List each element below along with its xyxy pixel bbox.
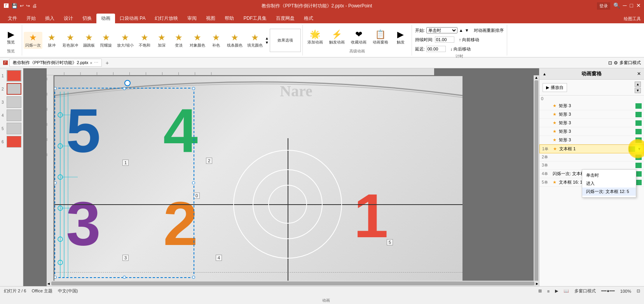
tab-view[interactable]: 视图 xyxy=(201,14,220,23)
doc-tab-close[interactable]: × xyxy=(90,61,92,65)
anim-row-shape2[interactable]: ★ 矩形 3 xyxy=(539,110,644,119)
dropdown-icon[interactable]: ▼ xyxy=(637,147,641,151)
tooltip-item-enter[interactable]: 进入 xyxy=(582,179,636,188)
print-icon[interactable]: 🖨 xyxy=(32,3,37,9)
tab-pa[interactable]: 口袋动画 PA xyxy=(115,14,150,23)
anim-row-2[interactable]: 2单 xyxy=(539,153,644,162)
trigger-btn[interactable]: ▶ 触发 xyxy=(393,29,408,46)
earlier-btn[interactable]: ↑ 向前移动 xyxy=(459,37,480,43)
tab-transition[interactable]: 切换 xyxy=(78,14,96,23)
handle-right[interactable] xyxy=(192,181,195,184)
doc-tab-menu[interactable]: ⋯ xyxy=(94,60,98,65)
handle-topright[interactable] xyxy=(192,87,195,90)
tooltip-item-flash[interactable]: 闪烁一次: 文本框 12: 5 xyxy=(582,188,636,196)
line-color-btn[interactable]: ★ 线条颜色 xyxy=(225,32,244,49)
move-down-btn[interactable]: ▼ xyxy=(635,88,641,93)
anim-row-shape3[interactable]: ★ 矩形 3 xyxy=(539,119,644,127)
up-arrow-icon[interactable]: ▲ xyxy=(459,28,463,33)
undo-icon[interactable]: ↩ xyxy=(20,3,24,9)
fill-color-btn[interactable]: ★ 填充颜色 xyxy=(246,32,264,49)
view-normal-btn[interactable]: ⊞ xyxy=(538,288,542,294)
collect-animation-btn[interactable]: ❤ 收藏动画 xyxy=(349,29,368,46)
tab-animation[interactable]: 动画 xyxy=(96,14,115,23)
tab-home[interactable]: 开始 xyxy=(22,14,40,23)
zoom-slider[interactable]: ━━●━━ xyxy=(601,288,615,294)
horizontal-scrollbar[interactable]: ◄ ► xyxy=(47,281,539,286)
handle-top[interactable] xyxy=(123,87,126,90)
anim-row-textbox1[interactable]: 1单 ★ 文本框 1 ▼ xyxy=(539,144,644,153)
slide-thumb-4[interactable]: 4 xyxy=(2,109,21,121)
doc-tab[interactable]: 教你制作《PPT制作倒计时功能》2.pptx × ⋯ xyxy=(9,59,102,67)
slide-canvas[interactable]: 5 4 3 2 1 Nare 1 2 3 4 5 0 xyxy=(54,76,462,282)
fade-btn[interactable]: ★ 变淡 xyxy=(171,32,187,49)
tab-file[interactable]: 文件 xyxy=(3,14,22,23)
handle-bottom[interactable] xyxy=(123,276,126,279)
slide-thumb-1[interactable]: 1 xyxy=(2,70,21,82)
later-btn[interactable]: ↓ 向后移动 xyxy=(450,46,471,52)
view-slideshow-btn[interactable]: ▶ xyxy=(555,288,558,294)
add-animation-btn[interactable]: 🌟 添加动画 xyxy=(306,29,325,46)
tab-pdf[interactable]: PDF工具集 xyxy=(239,14,271,23)
tab-slideshow[interactable]: 幻灯片放映 xyxy=(150,14,183,23)
handle-left[interactable] xyxy=(54,181,57,184)
handle-bottomright[interactable] xyxy=(192,276,195,279)
collapse-icon[interactable]: ▲ xyxy=(543,72,546,76)
tab-review[interactable]: 审阅 xyxy=(183,14,201,23)
zoom-btn[interactable]: ★ 放大/缩小 xyxy=(115,32,135,49)
trigger-animation-btn[interactable]: ⚡ 触发动画 xyxy=(328,29,346,46)
scroll-up-icon[interactable]: ▲ xyxy=(265,36,269,40)
play-self-btn[interactable]: ▶ 播放自 xyxy=(543,83,567,92)
restore-btn[interactable]: □ xyxy=(630,2,633,10)
slide-thumb-5[interactable]: 5 xyxy=(2,123,21,134)
color-pulse-btn[interactable]: ★ 彩色脉冲 xyxy=(61,32,80,49)
settings-icon[interactable]: ⚙ xyxy=(614,60,618,66)
quick-save-icon[interactable]: 💾 xyxy=(12,3,17,9)
anim-row-shape4[interactable]: ★ 矩形 3 xyxy=(539,127,644,136)
pulse-btn[interactable]: ★ 脉冲 xyxy=(44,32,59,49)
anim-row-shape1[interactable]: ★ 矩形 3 xyxy=(539,102,644,110)
anim-row-shape5[interactable]: ★ 矩形 3 xyxy=(539,136,644,144)
view-outline-btn[interactable]: ≡ xyxy=(547,289,550,294)
slide-thumb-3[interactable]: 3 xyxy=(2,96,21,108)
delay-input[interactable] xyxy=(426,46,446,52)
minimize-btn[interactable]: ─ xyxy=(623,2,627,10)
tab-format[interactable]: 格式 xyxy=(299,14,318,23)
fullscreen-icon[interactable]: ⊡ xyxy=(608,60,612,66)
bounce-btn[interactable]: ★ 蹦跳板 xyxy=(81,32,97,49)
slide-thumb-2[interactable]: 2 xyxy=(2,83,21,95)
desaturate-btn[interactable]: ★ 不饱和 xyxy=(137,32,152,49)
darken-btn[interactable]: ★ 加深 xyxy=(154,32,169,49)
rotate-handle[interactable] xyxy=(124,80,131,86)
tooltip-item-single-click[interactable]: 单击时 xyxy=(582,171,636,179)
redo-icon[interactable]: ↪ xyxy=(26,3,30,9)
add-doc-btn[interactable]: + xyxy=(103,59,111,67)
obj-color-btn[interactable]: ★ 对象颜色 xyxy=(188,32,207,49)
preview-btn[interactable]: ▶ 预览 xyxy=(3,29,19,46)
register-btn[interactable]: 登录 xyxy=(597,2,610,10)
handle-topleft[interactable] xyxy=(54,87,57,90)
tab-baidu[interactable]: 百度网盘 xyxy=(271,14,299,23)
anim-row-3[interactable]: 3单 xyxy=(539,162,644,170)
effects-selector-btn[interactable]: 效果选项 xyxy=(270,29,301,52)
search-icon[interactable]: 🔍 xyxy=(613,2,620,10)
gyro-btn[interactable]: ★ 陀螺旋 xyxy=(98,32,114,49)
close-btn[interactable]: ✕ xyxy=(636,2,641,10)
flash-once-btn[interactable]: ★ 闪烁一次 xyxy=(24,32,42,49)
comp-color-btn[interactable]: ★ 补色 xyxy=(208,32,224,49)
slide-thumb-6[interactable]: 6 xyxy=(2,136,21,148)
tab-insert[interactable]: 插入 xyxy=(40,14,59,23)
duration-input[interactable] xyxy=(435,36,454,43)
view-reading-btn[interactable]: 📖 xyxy=(564,288,569,294)
vertical-scrollbar[interactable]: ▲ ▼ xyxy=(534,75,539,286)
scroll-down-icon[interactable]: ▼ xyxy=(265,40,269,45)
down-arrow-icon[interactable]: ▼ xyxy=(465,28,469,33)
selection-box[interactable] xyxy=(54,88,194,278)
tab-help[interactable]: 帮助 xyxy=(220,14,239,23)
start-select[interactable]: 单击时 与上一动画同时 上一动画之后 xyxy=(426,27,457,33)
fit-screen-btn[interactable]: ⊡ xyxy=(637,288,640,294)
move-up-btn[interactable]: ▲ xyxy=(635,82,641,87)
tab-design[interactable]: 设计 xyxy=(59,14,78,23)
close-panel-btn[interactable]: ✕ xyxy=(637,71,641,76)
animation-pane-btn[interactable]: 📋 动画窗格 xyxy=(371,29,390,46)
multi-window-btn[interactable]: 多窗口模式 xyxy=(620,60,641,66)
